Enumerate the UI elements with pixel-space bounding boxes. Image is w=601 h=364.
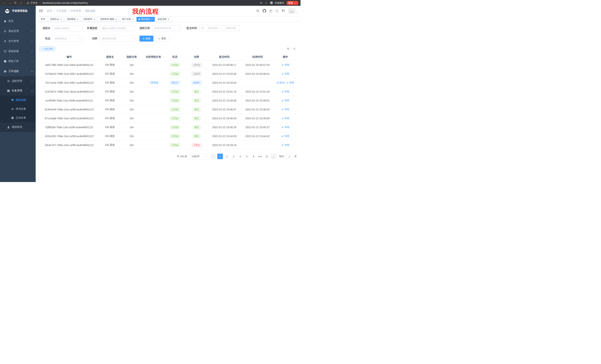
cancel-icon — [277, 82, 279, 84]
tab-process-definition[interactable]: 流程定义 × — [48, 17, 64, 22]
close-icon[interactable]: × — [132, 18, 133, 20]
page-button-5[interactable]: 5 — [244, 153, 250, 159]
avatar-caret-icon[interactable] — [296, 11, 297, 14]
browser-forward-button[interactable]: → — [7, 1, 12, 5]
browser-menu-icon[interactable]: ⋮ — [294, 1, 297, 4]
detail-link[interactable]: 详情 — [281, 126, 289, 129]
close-icon[interactable]: × — [60, 18, 62, 20]
detail-link[interactable]: 详情 — [281, 144, 289, 147]
tab-process-form-edit[interactable]: 流程表单-编辑 × — [98, 17, 119, 22]
close-icon[interactable]: × — [77, 18, 79, 20]
page-size-select[interactable]: 10条/页 — [190, 153, 208, 159]
breadcrumb-home[interactable]: 首页 — [47, 9, 52, 13]
sidebar-item-process-management[interactable]: 流程管理 — [0, 76, 36, 86]
process-category-select[interactable]: 请选择流程分类 — [152, 25, 182, 31]
browser-back-button[interactable]: ← — [2, 1, 7, 5]
next-page-button[interactable]: › — [271, 153, 276, 159]
page-button-3[interactable]: 3 — [231, 153, 236, 159]
sidebar-item-payment[interactable]: ¥ 支付管理 — [0, 36, 36, 46]
cell-operations: 详情 — [274, 132, 297, 140]
reset-button[interactable]: ↻ 重置 — [155, 36, 169, 42]
breadcrumb-workflow[interactable]: 工作流程 — [56, 9, 67, 13]
page-button-4[interactable]: 4 — [237, 153, 243, 159]
cell-process-name: OA 请假 — [99, 132, 121, 140]
start-process-button[interactable]: + 发起流程 — [39, 46, 55, 51]
refresh-table-button[interactable]: ↻ — [292, 47, 297, 51]
browser-home-button[interactable]: ⌂ — [19, 1, 23, 5]
result-tag: 通过 — [193, 107, 201, 112]
sidebar-item-workflow[interactable]: 工作流程 — [0, 66, 36, 76]
more-pages-button[interactable]: ●●● — [257, 153, 263, 159]
detail-link[interactable]: 详情 — [286, 81, 294, 84]
sidebar-item-my-process[interactable]: 我的流程 — [0, 96, 36, 105]
search-button[interactable]: 搜索 — [140, 36, 153, 42]
sidebar-item-infrastructure[interactable]: 基础设施 — [0, 46, 36, 56]
tab-user-group[interactable]: 用户分组 × — [120, 17, 136, 22]
cell-result: 已取消 — [186, 69, 208, 78]
font-size-icon[interactable]: TT — [282, 9, 285, 13]
update-button[interactable]: 更新 ⋮ — [286, 1, 299, 5]
sidebar-item-system[interactable]: 系统管理 — [0, 26, 36, 36]
cell-end-time: 2022-01-22 23:46:53 — [241, 105, 274, 114]
page-button-1[interactable]: 1 — [217, 153, 223, 159]
page-button-6[interactable]: 6 — [251, 153, 256, 159]
status-select[interactable]: 请选择状态 — [52, 36, 82, 42]
cell-process-id: 331bc281-7b9a-11ec-a290-acde48001122 — [39, 132, 99, 140]
close-icon[interactable]: × — [116, 18, 117, 20]
browser-reload-button[interactable]: ↻ — [13, 1, 18, 5]
process-name-input[interactable] — [52, 25, 82, 31]
sidebar-item-home[interactable]: 首页 — [0, 16, 36, 26]
close-icon[interactable]: × — [94, 18, 95, 20]
tab-start-process[interactable]: 发起流程 × — [156, 17, 171, 22]
tab-process-model[interactable]: 流程模型 × — [65, 17, 80, 22]
result-select[interactable]: 请选择流结果 — [100, 36, 135, 42]
sidebar-item-done-tasks[interactable]: 已办任务 — [0, 113, 36, 122]
security-indicator[interactable]: 不安全 — [27, 1, 38, 5]
detail-link[interactable]: 详情 — [281, 99, 289, 102]
goto-page-input[interactable] — [285, 154, 293, 159]
detail-link[interactable]: 详情 — [281, 117, 289, 120]
detail-link[interactable]: 详情 — [281, 90, 289, 93]
sidebar-collapse-icon[interactable] — [39, 9, 43, 13]
page-button-11[interactable]: 11 — [264, 153, 270, 159]
bookmark-star-icon[interactable]: ☆ — [265, 1, 267, 5]
close-icon[interactable]: × — [151, 18, 153, 20]
sidebar-item-todo-tasks[interactable]: 待办任务 — [0, 105, 36, 113]
process-definition-input[interactable] — [100, 25, 135, 31]
tab-my-process[interactable]: 我的流程 × — [137, 17, 155, 22]
page-button-2[interactable]: 2 — [224, 153, 230, 159]
status-label: 状态 — [42, 37, 50, 40]
cell-end-time — [241, 141, 274, 149]
password-key-icon[interactable] — [260, 1, 263, 4]
sidebar-item-task-management[interactable]: 任务管理 — [0, 86, 36, 96]
tab-process-form[interactable]: 流程表单 × — [81, 17, 97, 22]
detail-link[interactable]: 详情 — [281, 108, 289, 111]
total-count: 共 104 条 — [177, 155, 187, 158]
toggle-search-button[interactable] — [286, 47, 290, 51]
prev-page-button[interactable]: ‹ — [210, 153, 216, 159]
sidebar-item-leave-query[interactable]: 请假查询 — [0, 122, 36, 132]
avatar[interactable] — [288, 8, 295, 14]
detail-link[interactable]: 详情 — [281, 134, 289, 138]
github-icon[interactable] — [263, 9, 266, 13]
cancel-link[interactable]: 取消 — [277, 81, 285, 84]
sidebar-item-devtools[interactable]: 研发工具 — [0, 56, 36, 66]
active-tab-dot — [139, 19, 140, 20]
submit-time-range-picker[interactable]: 开始日期 - 结束日期 — [199, 25, 240, 31]
breadcrumb-task-management[interactable]: 任务管理 — [70, 9, 81, 13]
help-icon[interactable]: ? — [269, 10, 272, 12]
current-task-link[interactable]: 一级审批 — [148, 81, 159, 84]
search-icon[interactable] — [256, 9, 260, 12]
close-icon[interactable]: × — [168, 18, 169, 20]
cell-process-name: OA 请假 — [99, 78, 121, 87]
detail-link[interactable]: 详情 — [281, 72, 289, 76]
cell-process-category: OA — [121, 69, 143, 78]
table-row: 7317cec6-7b9b-11ec-b5b7-acde48001122 OA … — [39, 78, 297, 87]
url-bar[interactable]: dashboard.yudao.iocoder.cn/bpm/task/my — [40, 1, 88, 4]
fullscreen-icon[interactable] — [275, 9, 279, 12]
cell-current-task — [143, 114, 164, 123]
result-tag: 通过 — [193, 125, 201, 130]
cell-end-time: 2022-01-23 00:07:03 — [241, 60, 274, 69]
detail-link[interactable]: 详情 — [281, 63, 289, 67]
tab-home[interactable]: 首页 — [39, 17, 47, 22]
